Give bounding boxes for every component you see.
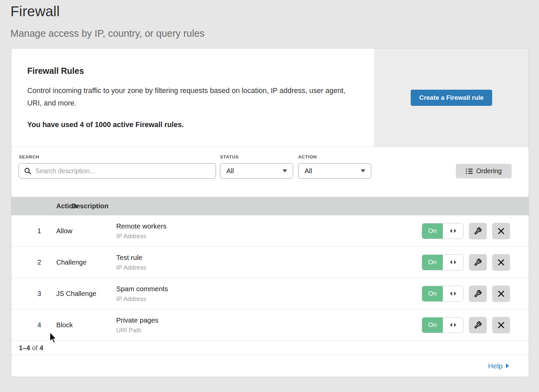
edit-rule-button[interactable] (469, 317, 487, 333)
rule-description: Remote workers (116, 222, 166, 230)
rule-priority: 3 (11, 290, 56, 298)
page-header: Firewall Manage access by IP, country, o… (0, 0, 539, 39)
left-right-arrows-icon (443, 255, 463, 270)
rule-controls: On (422, 285, 510, 302)
rule-description: Private pages (116, 316, 158, 324)
rule-controls: On (422, 223, 510, 239)
status-select-value: All (226, 167, 234, 175)
card-description: Control incoming traffic to your zone by… (27, 85, 347, 110)
toggle-state-label: On (422, 255, 443, 270)
delete-rule-button[interactable] (492, 223, 510, 239)
rule-description-cell: Remote workers IP Address (116, 222, 166, 240)
rule-action: JS Challenge (56, 290, 116, 298)
rule-field: URI Path (116, 327, 158, 334)
edit-rule-button[interactable] (469, 223, 487, 239)
rule-priority: 4 (11, 321, 56, 329)
wrench-icon (474, 290, 482, 298)
rule-priority: 1 (11, 227, 56, 235)
rule-action: Allow (56, 227, 116, 235)
rule-toggle[interactable]: On (422, 254, 464, 270)
search-input[interactable] (35, 163, 216, 178)
rule-controls: On (422, 317, 510, 333)
left-right-arrows-icon (443, 223, 463, 239)
edit-rule-button[interactable] (469, 254, 487, 271)
rule-field: IP Address (116, 233, 166, 240)
page-title: Firewall (10, 3, 539, 20)
toggle-state-label: On (422, 223, 443, 239)
wrench-icon (474, 227, 482, 235)
rule-controls: On (422, 254, 510, 271)
rule-field: IP Address (116, 264, 146, 271)
delete-rule-button[interactable] (492, 285, 510, 302)
filters-bar: SEARCH STATUS All ACTION All (11, 147, 529, 197)
table-row: 2 Challenge Test rule IP Address On (11, 247, 529, 278)
rule-description: Test rule (116, 253, 146, 262)
toggle-state-label: On (422, 318, 443, 333)
pagination: 1–4 of 4 (11, 341, 529, 355)
wrench-icon (474, 259, 482, 266)
action-select-value: All (305, 167, 312, 175)
action-select[interactable]: All (298, 163, 371, 179)
help-link-label: Help (488, 362, 503, 370)
rule-description-cell: Spam comments IP Address (116, 285, 168, 303)
card-heading: Firewall Rules (27, 66, 348, 76)
wrench-icon (474, 321, 482, 329)
help-link[interactable]: Help (488, 362, 509, 370)
rule-description: Spam comments (116, 285, 168, 293)
ordering-button-label: Ordering (476, 167, 502, 175)
rule-toggle[interactable]: On (422, 286, 464, 302)
ordering-button[interactable]: Ordering (456, 164, 512, 178)
close-icon (498, 259, 504, 266)
rule-toggle[interactable]: On (422, 317, 464, 333)
close-icon (498, 322, 504, 328)
rule-field: IP Address (116, 295, 168, 303)
rules-list: 1 Allow Remote workers IP Address On (11, 215, 529, 341)
rule-toggle[interactable]: On (422, 223, 464, 239)
table-row: 3 JS Challenge Spam comments IP Address … (11, 278, 529, 309)
create-firewall-rule-button[interactable]: Create a Firewall rule (411, 90, 492, 106)
rule-description-cell: Test rule IP Address (116, 253, 146, 271)
rule-action: Challenge (56, 259, 116, 266)
search-box[interactable] (19, 163, 216, 179)
left-right-arrows-icon (443, 286, 463, 301)
usage-note: You have used 4 of 1000 active Firewall … (27, 121, 348, 129)
pagination-total: 4 (39, 344, 43, 352)
table-row: 4 Block Private pages URI Path On (11, 309, 529, 341)
rule-priority: 2 (11, 259, 56, 266)
delete-rule-button[interactable] (492, 317, 510, 333)
close-icon (498, 291, 504, 297)
close-icon (498, 228, 504, 234)
ordered-list-icon (466, 168, 473, 174)
card-top-section: Firewall Rules Control incoming traffic … (11, 49, 529, 147)
page-subtitle: Manage access by IP, country, or query r… (10, 28, 539, 39)
rule-action: Block (56, 321, 116, 329)
toggle-state-label: On (422, 286, 443, 301)
table-header: Action Description (11, 197, 529, 215)
delete-rule-button[interactable] (492, 254, 510, 271)
card-footer: Help (11, 355, 529, 376)
status-select[interactable]: All (220, 163, 293, 179)
pagination-of: of (30, 344, 39, 352)
right-triangle-icon (506, 363, 509, 368)
column-header-action: Action (11, 202, 71, 210)
card-intro: Firewall Rules Control incoming traffic … (11, 49, 348, 129)
status-label: STATUS (220, 154, 239, 159)
firewall-rules-card: Firewall Rules Control incoming traffic … (11, 48, 529, 376)
edit-rule-button[interactable] (469, 285, 487, 302)
table-row: 1 Allow Remote workers IP Address On (11, 215, 529, 247)
search-icon (24, 168, 31, 175)
rule-description-cell: Private pages URI Path (116, 316, 158, 334)
chevron-down-icon (282, 169, 287, 173)
action-label: ACTION (298, 154, 317, 159)
search-label: SEARCH (19, 154, 39, 159)
create-rule-panel: Create a Firewall rule (374, 49, 529, 147)
chevron-down-icon (360, 169, 366, 173)
pagination-range: 1–4 (19, 344, 30, 352)
column-header-description: Description (71, 202, 108, 210)
left-right-arrows-icon (443, 318, 463, 333)
